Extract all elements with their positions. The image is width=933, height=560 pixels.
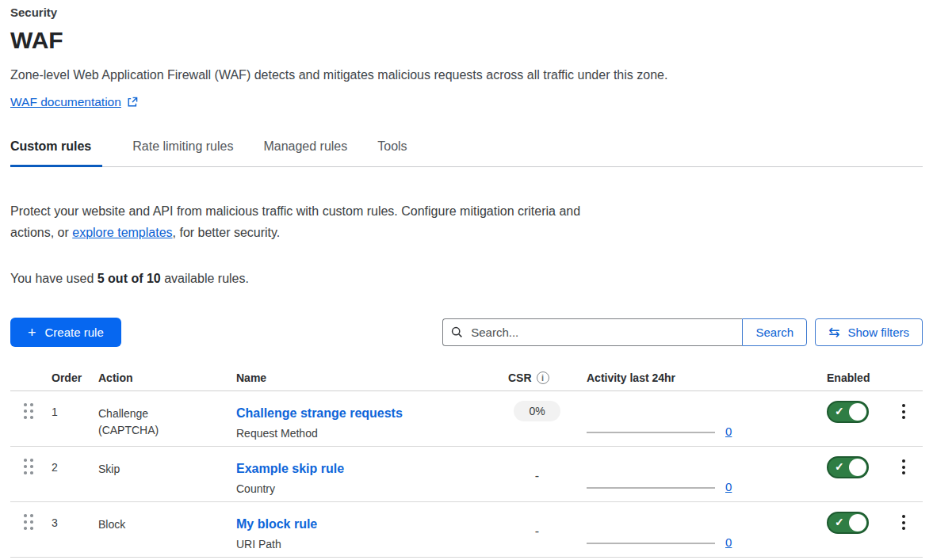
rule-name-link[interactable]: My block rule xyxy=(236,516,499,532)
toolbar: + Create rule Search ⇆ Show filt xyxy=(10,318,923,347)
show-filters-button[interactable]: ⇆ Show filters xyxy=(815,318,923,346)
waf-page: Security WAF Zone-level Web Application … xyxy=(0,0,933,558)
csr-badge: 0% xyxy=(514,401,560,421)
table-row: 3 Block My block rule URI Path - 0 ✓ xyxy=(10,502,923,558)
rules-table: Order Action Name CSR i Activity last 24… xyxy=(10,364,923,558)
row-handle-cell xyxy=(10,502,52,557)
tab-custom-rules[interactable]: Custom rules xyxy=(10,131,102,167)
row-name-cell: My block rule URI Path xyxy=(236,502,499,557)
col-order-header: Order xyxy=(52,371,98,384)
enabled-toggle[interactable]: ✓ xyxy=(827,456,869,478)
row-order: 3 xyxy=(52,502,98,557)
row-activity-cell: 0 xyxy=(575,391,741,446)
row-action: Challenge (CAPTCHA) xyxy=(98,391,178,446)
toggle-knob xyxy=(849,514,866,531)
usage-count: 5 out of 10 xyxy=(98,272,161,285)
search-button[interactable]: Search xyxy=(742,318,807,346)
row-name-cell: Example skip rule Country xyxy=(236,447,499,501)
row-order: 2 xyxy=(52,447,98,501)
drag-handle-icon[interactable] xyxy=(24,403,52,419)
activity-sparkline xyxy=(587,432,715,433)
create-rule-button[interactable]: + Create rule xyxy=(10,318,121,347)
doc-link-row: WAF documentation xyxy=(10,95,923,109)
check-icon: ✓ xyxy=(835,460,844,473)
drag-handle-icon[interactable] xyxy=(24,514,52,530)
rule-name-link[interactable]: Example skip rule xyxy=(236,461,499,477)
row-activity-cell: 0 xyxy=(575,502,741,557)
enabled-toggle[interactable]: ✓ xyxy=(827,512,869,534)
rule-field: URI Path xyxy=(236,538,499,550)
search-input[interactable] xyxy=(469,325,734,340)
intro-text-after: , for better security. xyxy=(173,226,281,239)
row-csr-cell: - xyxy=(499,502,575,557)
row-action: Block xyxy=(98,502,178,557)
activity-sparkline xyxy=(587,487,715,489)
row-enabled-cell: ✓ xyxy=(827,502,884,557)
row-handle-cell xyxy=(10,447,52,501)
info-icon[interactable]: i xyxy=(537,371,549,384)
activity-count-link[interactable]: 0 xyxy=(725,480,732,493)
tab-tools[interactable]: Tools xyxy=(377,131,407,166)
table-row: 1 Challenge (CAPTCHA) Challenge strange … xyxy=(10,391,923,447)
check-icon: ✓ xyxy=(835,405,844,417)
row-name-cell: Challenge strange requests Request Metho… xyxy=(236,391,499,446)
waf-documentation-link[interactable]: WAF documentation xyxy=(10,95,121,109)
row-enabled-cell: ✓ xyxy=(827,391,884,446)
usage-suffix: available rules. xyxy=(161,272,249,285)
toggle-knob xyxy=(849,459,866,476)
row-spacer xyxy=(741,391,827,446)
row-menu-cell xyxy=(884,391,923,446)
tab-managed-rules[interactable]: Managed rules xyxy=(263,131,347,166)
row-spacer xyxy=(741,502,827,557)
toolbar-right: Search ⇆ Show filters xyxy=(442,318,923,346)
row-enabled-cell: ✓ xyxy=(827,447,884,501)
search-icon xyxy=(451,326,463,338)
csr-value: - xyxy=(535,469,539,483)
csr-header-label: CSR xyxy=(508,371,532,384)
swap-arrows-icon: ⇆ xyxy=(828,326,839,339)
tab-rate-limiting-rules[interactable]: Rate limiting rules xyxy=(132,131,233,166)
kebab-menu-icon[interactable] xyxy=(897,402,910,446)
toggle-knob xyxy=(849,403,866,421)
rule-field: Country xyxy=(236,482,499,495)
plus-icon: + xyxy=(28,326,36,340)
col-activity-header: Activity last 24hr xyxy=(575,371,741,384)
col-name-header: Name xyxy=(236,371,499,384)
row-spacer xyxy=(741,447,827,501)
intro-text: Protect your website and API from malici… xyxy=(10,200,601,243)
page-description: Zone-level Web Application Firewall (WAF… xyxy=(10,67,923,84)
kebab-menu-icon[interactable] xyxy=(897,513,910,557)
usage-summary: You have used 5 out of 10 available rule… xyxy=(10,272,923,286)
breadcrumb: Security xyxy=(10,5,923,21)
explore-templates-link[interactable]: explore templates xyxy=(72,226,172,239)
rule-field: Request Method xyxy=(236,427,499,440)
row-handle-cell xyxy=(10,391,52,446)
col-action-header: Action xyxy=(98,371,236,384)
row-action: Skip xyxy=(98,447,178,501)
page-title: WAF xyxy=(10,27,923,54)
search-group: Search xyxy=(442,318,807,346)
check-icon: ✓ xyxy=(835,516,844,528)
show-filters-label: Show filters xyxy=(847,326,909,339)
usage-prefix: You have used xyxy=(10,272,98,285)
create-rule-label: Create rule xyxy=(45,326,104,339)
row-activity-cell: 0 xyxy=(575,447,741,501)
table-row: 2 Skip Example skip rule Country - 0 ✓ xyxy=(10,447,923,502)
kebab-menu-icon[interactable] xyxy=(897,458,910,501)
enabled-toggle[interactable]: ✓ xyxy=(827,401,869,423)
row-csr-cell: 0% xyxy=(499,391,575,446)
row-order: 1 xyxy=(52,391,98,446)
drag-handle-icon[interactable] xyxy=(24,459,52,474)
col-enabled-header: Enabled xyxy=(827,371,884,384)
col-csr-header: CSR i xyxy=(499,371,575,384)
external-link-icon xyxy=(127,97,138,108)
activity-count-link[interactable]: 0 xyxy=(725,425,732,438)
row-menu-cell xyxy=(884,447,923,501)
activity-count-link[interactable]: 0 xyxy=(725,535,732,549)
row-menu-cell xyxy=(884,502,923,557)
csr-value: - xyxy=(535,524,539,539)
activity-sparkline xyxy=(587,543,715,544)
tab-bar: Custom rules Rate limiting rules Managed… xyxy=(10,131,923,167)
search-box xyxy=(442,318,742,346)
rule-name-link[interactable]: Challenge strange requests xyxy=(236,406,499,421)
